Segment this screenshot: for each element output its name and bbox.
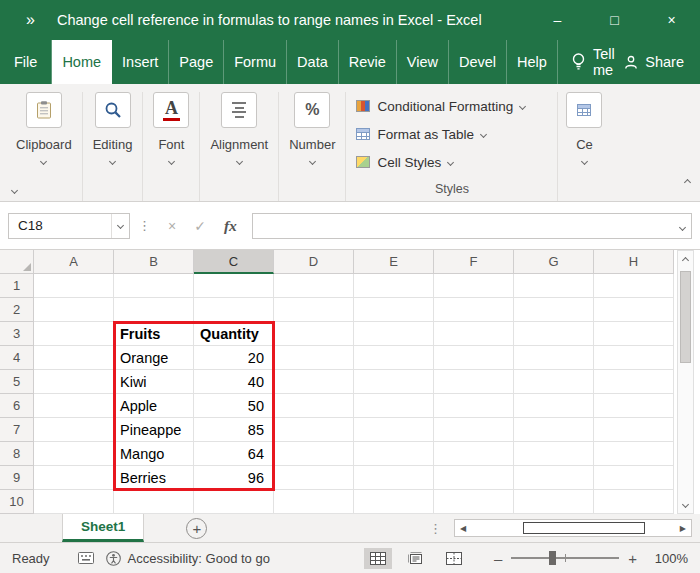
chevron-down-icon[interactable]	[236, 158, 243, 165]
expand-formula-bar[interactable]	[674, 218, 691, 233]
cell-b5[interactable]: Kiwi	[114, 370, 194, 394]
cell-f3[interactable]	[434, 322, 514, 346]
zoom-level[interactable]: 100%	[646, 551, 688, 566]
ribbon-tab-devel[interactable]: Devel	[449, 40, 507, 84]
column-header-h[interactable]: H	[594, 250, 674, 274]
cell-h5[interactable]	[594, 370, 674, 394]
minimize-button[interactable]: –	[529, 0, 586, 40]
column-header-d[interactable]: D	[274, 250, 354, 274]
cell-a6[interactable]	[34, 394, 114, 418]
column-header-f[interactable]: F	[434, 250, 514, 274]
tell-me-button[interactable]: Tell me	[572, 40, 624, 84]
scroll-down-button[interactable]	[678, 495, 693, 513]
ribbon-tab-home[interactable]: Home	[52, 40, 112, 84]
chevron-down-icon[interactable]	[40, 158, 47, 165]
cell-d3[interactable]	[274, 322, 354, 346]
cell-d9[interactable]	[274, 466, 354, 490]
row-header-1[interactable]: 1	[0, 274, 34, 298]
cancel-button[interactable]: ×	[168, 218, 176, 234]
cell-g2[interactable]	[514, 298, 594, 322]
chevron-down-icon[interactable]	[168, 158, 175, 165]
cell-b9[interactable]: Berries	[114, 466, 194, 490]
vertical-scrollbar[interactable]	[677, 250, 694, 514]
scroll-right-arrow-icon[interactable]: ▶	[675, 524, 691, 533]
cell-f2[interactable]	[434, 298, 514, 322]
column-header-e[interactable]: E	[354, 250, 434, 274]
cell-h10[interactable]	[594, 490, 674, 514]
cell-a10[interactable]	[34, 490, 114, 514]
cell-g10[interactable]	[514, 490, 594, 514]
zoom-slider-thumb[interactable]	[549, 551, 556, 565]
cell-f6[interactable]	[434, 394, 514, 418]
cell-f5[interactable]	[434, 370, 514, 394]
zoom-in-button[interactable]: +	[628, 550, 637, 567]
cell-e10[interactable]	[354, 490, 434, 514]
insert-function-button[interactable]: fx	[224, 217, 237, 235]
cell-b2[interactable]	[114, 298, 194, 322]
row-header-3[interactable]: 3	[0, 322, 34, 346]
percent-icon[interactable]: %	[294, 92, 330, 128]
row-header-9[interactable]: 9	[0, 466, 34, 490]
cell-a5[interactable]	[34, 370, 114, 394]
search-icon[interactable]	[95, 92, 131, 128]
cell-e8[interactable]	[354, 442, 434, 466]
cell-e2[interactable]	[354, 298, 434, 322]
formula-bar-grip-icon[interactable]: ⋮	[130, 218, 159, 233]
cell-c3[interactable]: Quantity	[194, 322, 274, 346]
zoom-out-button[interactable]: –	[494, 550, 502, 567]
cell-a1[interactable]	[34, 274, 114, 298]
cell-f1[interactable]	[434, 274, 514, 298]
row-header-2[interactable]: 2	[0, 298, 34, 322]
macro-record-icon[interactable]	[78, 552, 94, 564]
cell-b1[interactable]	[114, 274, 194, 298]
ribbon-tab-data[interactable]: Data	[287, 40, 339, 84]
cell-g7[interactable]	[514, 418, 594, 442]
quick-access-toolbar-icon[interactable]: »	[26, 11, 35, 29]
cell-f7[interactable]	[434, 418, 514, 442]
horizontal-scrollbar[interactable]: ◀ ▶	[454, 519, 692, 537]
cell-h3[interactable]	[594, 322, 674, 346]
select-all-corner[interactable]	[0, 250, 34, 274]
clipboard-icon[interactable]	[26, 92, 62, 128]
cell-c7[interactable]: 85	[194, 418, 274, 442]
cell-e6[interactable]	[354, 394, 434, 418]
cell-b8[interactable]: Mango	[114, 442, 194, 466]
cell-d4[interactable]	[274, 346, 354, 370]
cell-b10[interactable]	[114, 490, 194, 514]
row-header-8[interactable]: 8	[0, 442, 34, 466]
horizontal-scrollbar-thumb[interactable]	[523, 522, 645, 534]
cell-c2[interactable]	[194, 298, 274, 322]
cell-c1[interactable]	[194, 274, 274, 298]
sheet-tab-sheet1[interactable]: Sheet1	[62, 514, 144, 542]
cell-d1[interactable]	[274, 274, 354, 298]
cell-h4[interactable]	[594, 346, 674, 370]
ribbon-tab-revie[interactable]: Revie	[339, 40, 397, 84]
column-header-g[interactable]: G	[514, 250, 594, 274]
enter-button[interactable]: ✓	[194, 218, 206, 234]
cell-h1[interactable]	[594, 274, 674, 298]
cell-b3[interactable]: Fruits	[114, 322, 194, 346]
cell-d10[interactable]	[274, 490, 354, 514]
scroll-left-arrow-icon[interactable]: ◀	[455, 524, 471, 533]
cell-b6[interactable]: Apple	[114, 394, 194, 418]
cell-a7[interactable]	[34, 418, 114, 442]
normal-view-button[interactable]	[364, 548, 392, 569]
cell-e9[interactable]	[354, 466, 434, 490]
cell-g8[interactable]	[514, 442, 594, 466]
cell-h6[interactable]	[594, 394, 674, 418]
column-header-a[interactable]: A	[34, 250, 114, 274]
cell-b4[interactable]: Orange	[114, 346, 194, 370]
cell-e1[interactable]	[354, 274, 434, 298]
cell-c8[interactable]: 64	[194, 442, 274, 466]
cell-c5[interactable]: 40	[194, 370, 274, 394]
cell-f9[interactable]	[434, 466, 514, 490]
row-header-7[interactable]: 7	[0, 418, 34, 442]
cell-g6[interactable]	[514, 394, 594, 418]
ribbon-tab-insert[interactable]: Insert	[112, 40, 169, 84]
cell-h8[interactable]	[594, 442, 674, 466]
page-layout-view-button[interactable]	[402, 548, 430, 569]
page-break-preview-button[interactable]	[440, 548, 468, 569]
row-header-6[interactable]: 6	[0, 394, 34, 418]
vertical-scrollbar-thumb[interactable]	[680, 271, 691, 363]
cell-h2[interactable]	[594, 298, 674, 322]
